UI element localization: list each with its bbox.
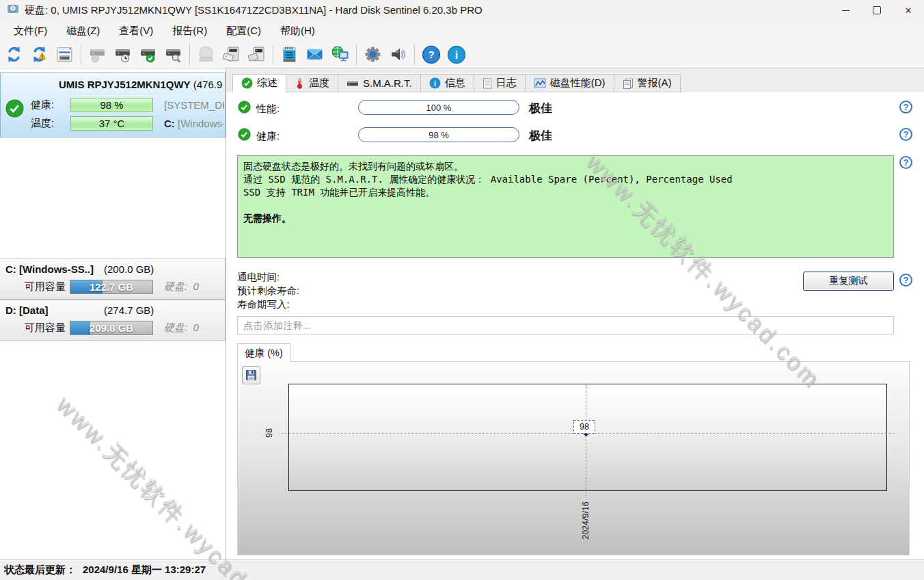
disk-check-icon[interactable] bbox=[135, 43, 161, 66]
estimated-lifetime-label: 预计剩余寿命: bbox=[237, 285, 299, 298]
partition-size: (274.7 GB) bbox=[104, 304, 154, 316]
menu-config[interactable]: 配置(C) bbox=[217, 23, 271, 40]
disk-volume-hint2: C: [Windows-S bbox=[164, 118, 224, 129]
status-line: 通过 SSD 规范的 S.M.A.R.T. 属性确定的健康状况： Availab… bbox=[243, 173, 888, 186]
partition-disk-number: 硬盘: 0 bbox=[164, 321, 199, 334]
menu-bar: 文件(F) 磁盘(Z) 查看(V) 报告(R) 配置(C) 帮助(H) bbox=[0, 21, 924, 41]
menu-file[interactable]: 文件(F) bbox=[4, 23, 57, 40]
network-status-icon[interactable] bbox=[327, 43, 353, 66]
status-last-updated-value: 2024/9/16 星期一 13:29:27 bbox=[83, 564, 206, 577]
menu-help[interactable]: 帮助(H) bbox=[271, 23, 325, 40]
tab-disk-performance[interactable]: 磁盘性能(D) bbox=[526, 74, 614, 92]
partition-panel-c[interactable]: C: [Windows-SS..] (200.0 GB) 可用容量 122.7 … bbox=[0, 259, 226, 300]
performance-ok-icon bbox=[238, 101, 251, 116]
document-icon bbox=[483, 78, 492, 89]
disk-temp-bar: 37 °C bbox=[70, 116, 153, 131]
notepad-icon[interactable] bbox=[277, 43, 302, 66]
health-bar: 98 % bbox=[358, 127, 519, 142]
close-icon[interactable] bbox=[893, 0, 924, 21]
chart-icon bbox=[534, 78, 546, 88]
disk-temp-label: 温度: bbox=[31, 117, 70, 130]
health-help-icon[interactable]: ? bbox=[899, 128, 912, 141]
disk-panel-selected[interactable]: UMIS RPJYJ512MKN1QWY (476.9 GB) 硬盘 健康: 9… bbox=[0, 72, 226, 137]
status-action: 无需操作。 bbox=[243, 212, 888, 225]
performance-help-icon[interactable]: ? bbox=[899, 101, 912, 114]
floppy-disk-icon bbox=[245, 369, 257, 381]
retest-button[interactable]: 重复测试 bbox=[803, 272, 894, 291]
free-space-bar: 122.7 GB bbox=[70, 280, 153, 294]
performance-bar: 100 % bbox=[358, 100, 519, 115]
svg-text:i: i bbox=[434, 79, 436, 88]
toolbar-separator bbox=[414, 44, 415, 65]
status-bar: 状态最后更新： 2024/9/16 星期一 13:29:27 bbox=[0, 559, 924, 580]
partition-disk-number: 硬盘: 0 bbox=[164, 280, 199, 293]
chart-y-tick: 98 bbox=[264, 428, 274, 438]
health-ok-icon bbox=[238, 128, 251, 144]
tab-smart[interactable]: S.M.A.R.T. bbox=[338, 74, 421, 92]
status-line: SSD 支持 TRIM 功能并已开启来提高性能。 bbox=[243, 186, 888, 199]
minimize-icon[interactable] bbox=[830, 0, 861, 21]
refresh-icon[interactable] bbox=[1, 43, 27, 66]
sidebar: UMIS RPJYJ512MKN1QWY (476.9 GB) 硬盘 健康: 9… bbox=[0, 68, 226, 559]
disk-schedule-icon[interactable] bbox=[110, 43, 135, 66]
health-rating: 极佳 bbox=[529, 128, 552, 144]
menu-view[interactable]: 查看(V) bbox=[109, 23, 163, 40]
thermometer-icon bbox=[295, 78, 305, 89]
partition-panel-d[interactable]: D: [Data] (274.7 GB) 可用容量 209.8 GB 硬盘: 0 bbox=[0, 300, 226, 341]
disk-acoustic-icon bbox=[85, 43, 110, 66]
info-icon[interactable]: i bbox=[444, 43, 469, 66]
sound-icon[interactable] bbox=[385, 43, 411, 66]
info-circle-icon: i bbox=[429, 77, 441, 89]
disk-title: UMIS RPJYJ512MKN1QWY (476.9 GB) 硬盘 bbox=[1, 79, 226, 92]
partition-size: (200.0 GB) bbox=[104, 263, 154, 275]
window-title: 硬盘: 0, UMIS RPJYJ512MKN1QWY [SS1K16471Z2… bbox=[25, 4, 483, 17]
performance-rating: 极佳 bbox=[529, 101, 552, 116]
retest-help-icon[interactable]: ? bbox=[899, 274, 912, 287]
toolbar-separator bbox=[189, 44, 190, 65]
partition-name: C: [Windows-SS..] bbox=[5, 263, 94, 275]
tab-alerts[interactable]: 警报(A) bbox=[614, 74, 681, 92]
status-text-panel: 固态硬盘状态是极好的。未找到有问题的或坏扇区。 通过 SSD 规范的 S.M.A… bbox=[237, 155, 894, 258]
disk-volume-hint: [SYSTEM_DR bbox=[164, 99, 224, 111]
status-line: 固态硬盘状态是极好的。未找到有问题的或坏扇区。 bbox=[243, 160, 888, 173]
refresh-warning-icon[interactable] bbox=[27, 43, 52, 66]
tab-information[interactable]: i 信息 bbox=[421, 74, 474, 92]
menu-report[interactable]: 报告(R) bbox=[163, 23, 217, 40]
report-window-icon[interactable] bbox=[52, 43, 77, 66]
menu-disk[interactable]: 磁盘(Z) bbox=[57, 23, 109, 40]
status-last-updated-label: 状态最后更新： bbox=[4, 564, 76, 577]
tab-strip: 综述 温度 S.M.A.R.T. i 信息 日志 磁盘性能(D) 警报(A) bbox=[232, 74, 681, 92]
free-space-bar: 209.8 GB bbox=[70, 321, 153, 335]
settings-gear-icon[interactable] bbox=[360, 43, 385, 66]
disk-eject-icon[interactable] bbox=[219, 43, 244, 66]
check-circle-icon bbox=[241, 77, 253, 89]
maximize-icon[interactable] bbox=[861, 0, 893, 21]
status-help-icon[interactable]: ? bbox=[899, 156, 912, 169]
toolbar-separator bbox=[356, 44, 357, 65]
chart-point-label: 98 bbox=[573, 420, 595, 434]
svg-text:?: ? bbox=[428, 49, 434, 60]
health-label: 健康: bbox=[256, 130, 280, 143]
free-space-label: 可用容量 bbox=[25, 321, 70, 334]
toolbar-separator bbox=[273, 44, 273, 65]
disk-surface-test-icon[interactable] bbox=[161, 43, 186, 66]
save-chart-button[interactable] bbox=[242, 366, 260, 384]
comment-input[interactable] bbox=[237, 316, 894, 334]
power-on-time-label: 通电时间: bbox=[237, 271, 280, 284]
tab-log[interactable]: 日志 bbox=[474, 74, 526, 92]
email-icon[interactable] bbox=[302, 43, 327, 66]
disk-insert-icon[interactable] bbox=[244, 43, 269, 66]
title-bar: 硬盘: 0, UMIS RPJYJ512MKN1QWY [SS1K16471Z2… bbox=[0, 0, 924, 21]
health-chart-tab[interactable]: 健康 (%) bbox=[237, 343, 290, 362]
tab-overview[interactable]: 综述 bbox=[232, 74, 286, 92]
chart-x-tick: 2024/9/16 bbox=[581, 501, 590, 540]
toolbar-separator bbox=[81, 44, 81, 65]
device-dome-icon bbox=[193, 43, 219, 66]
svg-text:i: i bbox=[454, 48, 458, 60]
partition-name: D: [Data] bbox=[5, 304, 49, 316]
health-history-chart: 98 98 2024/9/16 bbox=[237, 361, 910, 555]
help-icon[interactable]: ? bbox=[418, 43, 444, 66]
tab-temperature[interactable]: 温度 bbox=[286, 74, 338, 92]
free-space-label: 可用容量 bbox=[25, 280, 70, 293]
disk-icon bbox=[346, 79, 359, 88]
